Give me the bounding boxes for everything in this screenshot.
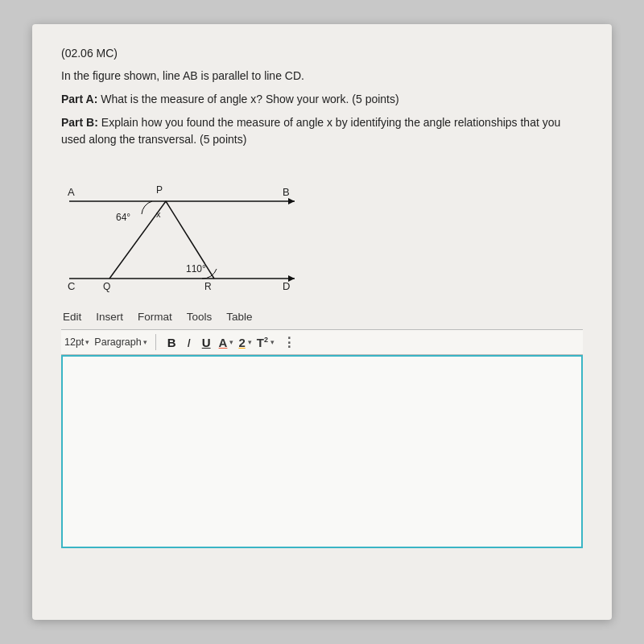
- intro-text: In the figure shown, line AB is parallel…: [61, 68, 583, 85]
- part-b-body: Explain how you found the measure of ang…: [61, 116, 560, 146]
- geometry-diagram: A P B C Q R D 64° x 110°: [61, 159, 319, 296]
- superscript-icon: T2: [257, 336, 268, 349]
- font-size-select[interactable]: 12pt ▾: [64, 336, 89, 348]
- highlight-group[interactable]: 2 ▾: [238, 336, 251, 349]
- answer-editor[interactable]: [61, 355, 583, 548]
- underline-button[interactable]: U: [199, 335, 214, 350]
- svg-text:64°: 64°: [116, 212, 130, 223]
- svg-marker-1: [288, 198, 295, 204]
- font-color-chevron: ▾: [229, 338, 233, 346]
- formatting-bar: 12pt ▾ Paragraph ▾ B I U A ▾ 2 ▾ T2 ▾ ⋮: [61, 329, 583, 355]
- menu-toolbar: Edit Insert Format Tools Table: [61, 311, 583, 323]
- tools-menu[interactable]: Tools: [187, 311, 213, 323]
- italic-button[interactable]: I: [184, 335, 194, 350]
- part-a-label: Part A:: [61, 93, 97, 105]
- font-size-chevron: ▾: [85, 338, 89, 346]
- bold-button[interactable]: B: [164, 335, 180, 350]
- part-b-text: Part B: Explain how you found the measur…: [61, 114, 583, 148]
- svg-text:Q: Q: [103, 281, 110, 292]
- part-a-body: What is the measure of angle x? Show you…: [97, 93, 398, 105]
- insert-menu[interactable]: Insert: [96, 311, 123, 323]
- svg-text:B: B: [283, 186, 290, 198]
- svg-text:110°: 110°: [186, 263, 206, 275]
- superscript-chevron: ▾: [270, 338, 275, 346]
- svg-text:P: P: [156, 184, 163, 196]
- question-code: (02.06 MC): [61, 47, 583, 60]
- diagram: A P B C Q R D 64° x 110°: [61, 159, 319, 296]
- svg-text:R: R: [204, 281, 212, 292]
- part-b-label: Part B:: [61, 116, 98, 129]
- superscript-group[interactable]: T2 ▾: [257, 336, 275, 349]
- font-color-group[interactable]: A ▾: [219, 336, 234, 349]
- divider-1: [155, 334, 156, 350]
- highlight-chevron: ▾: [248, 338, 252, 346]
- font-color-icon: A: [219, 336, 228, 349]
- paragraph-select[interactable]: Paragraph ▾: [94, 336, 147, 348]
- paragraph-chevron: ▾: [143, 338, 147, 346]
- highlight-icon: 2: [238, 336, 245, 349]
- svg-text:x: x: [156, 209, 161, 219]
- svg-text:A: A: [68, 186, 75, 198]
- more-options-button[interactable]: ⋮: [283, 335, 295, 350]
- svg-text:C: C: [68, 280, 75, 292]
- format-menu[interactable]: Format: [138, 311, 172, 323]
- edit-menu[interactable]: Edit: [63, 311, 81, 323]
- table-menu[interactable]: Table: [226, 311, 252, 323]
- part-a-text: Part A: What is the measure of angle x? …: [61, 91, 583, 108]
- svg-text:D: D: [283, 280, 290, 292]
- page-card: (02.06 MC) In the figure shown, line AB …: [32, 24, 612, 620]
